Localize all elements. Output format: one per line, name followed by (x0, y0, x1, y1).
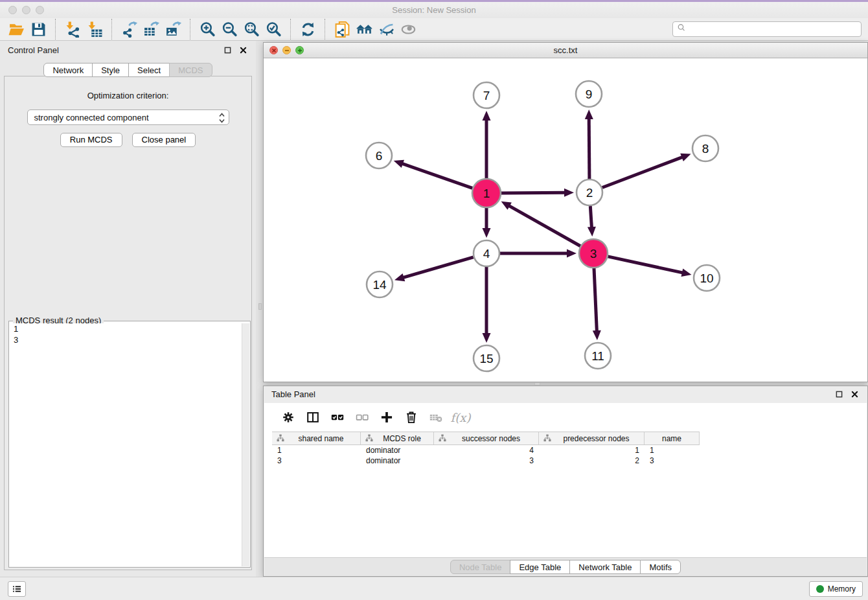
open-session-icon[interactable] (5, 19, 27, 39)
table-cell[interactable]: 3 (645, 456, 700, 466)
zoom-out-icon[interactable] (218, 19, 240, 39)
table-row[interactable]: 3dominator323 (272, 456, 700, 466)
tab-node-table[interactable]: Node Table (450, 560, 511, 574)
tab-style[interactable]: Style (92, 63, 129, 77)
graph-node-10[interactable]: 10 (694, 265, 720, 291)
refresh-icon[interactable] (297, 19, 319, 39)
mcds-result-item[interactable]: 3 (10, 334, 241, 345)
table-close-panel-icon[interactable] (849, 389, 860, 400)
export-table-icon[interactable] (140, 19, 162, 39)
graph-edge-4-15[interactable] (483, 267, 491, 343)
select-all-icon[interactable] (325, 408, 350, 427)
graph-edge-4-3[interactable] (500, 249, 577, 258)
table-row[interactable]: 1dominator411 (272, 445, 700, 456)
graph-edge-4-14[interactable] (394, 257, 474, 281)
graph-edge-2-9[interactable] (585, 110, 593, 179)
memory-button[interactable]: Memory (809, 581, 863, 597)
graph-node-9[interactable]: 9 (576, 81, 602, 107)
clone-network-icon[interactable] (331, 19, 353, 39)
network-canvas[interactable]: 7968124314101511 (264, 58, 867, 382)
column-header-mcds-role[interactable]: MCDS role (361, 432, 434, 444)
table-settings-icon[interactable] (276, 408, 301, 427)
graph-node-2[interactable]: 2 (577, 179, 602, 205)
graph-edge-2-3[interactable] (588, 206, 596, 237)
delete-column-icon[interactable] (399, 408, 424, 427)
graph-node-14[interactable]: 14 (367, 271, 393, 297)
graph-node-11[interactable]: 11 (585, 343, 611, 369)
graph-node-3[interactable]: 3 (579, 239, 608, 268)
network-minimize-icon[interactable] (282, 46, 291, 54)
table-cell[interactable]: 1 (539, 445, 645, 456)
graph-node-6[interactable]: 6 (366, 143, 392, 168)
graph-edge-3-10[interactable] (608, 257, 692, 277)
table-cell[interactable]: 1 (272, 445, 361, 456)
search-input[interactable] (689, 25, 857, 34)
table-cell[interactable]: dominator (361, 445, 434, 456)
task-history-button[interactable] (8, 581, 26, 597)
float-panel-icon[interactable] (222, 45, 233, 55)
hide-selected-icon[interactable] (375, 19, 397, 39)
column-header-successor-nodes[interactable]: successor nodes (434, 432, 539, 444)
graph-node-1[interactable]: 1 (472, 179, 501, 207)
split-panel-icon[interactable] (301, 408, 325, 427)
graph-edge-1-6[interactable] (394, 160, 473, 189)
zoom-selected-icon[interactable] (262, 19, 284, 39)
vertical-splitter-grip[interactable] (258, 303, 262, 310)
horizontal-splitter-grip[interactable] (534, 382, 540, 386)
graph-node-7[interactable]: 7 (474, 82, 499, 108)
table-cell[interactable]: 2 (539, 456, 645, 466)
table-cell[interactable]: 4 (434, 445, 539, 456)
column-header-name[interactable]: name (645, 432, 700, 444)
network-graph: 7968124314101511 (264, 58, 867, 382)
import-network-icon[interactable] (62, 19, 84, 39)
deselect-all-icon[interactable] (350, 408, 374, 427)
mcds-result-list[interactable]: 13 (10, 323, 241, 566)
table-cell[interactable]: dominator (361, 456, 434, 466)
table-cell[interactable]: 3 (434, 456, 539, 466)
mcds-result-box: MCDS result (2 nodes) 13 (8, 321, 251, 568)
graph-edge-2-8[interactable] (602, 154, 691, 188)
add-column-icon[interactable] (374, 408, 399, 427)
graph-node-4[interactable]: 4 (474, 240, 499, 266)
graph-edge-3-11[interactable] (593, 268, 601, 340)
tab-network[interactable]: Network (43, 63, 93, 77)
control-panel-header: Control Panel (0, 41, 256, 59)
tab-mcds[interactable]: MCDS (169, 63, 212, 77)
hierarchy-icon (437, 433, 446, 444)
hierarchy-icon (363, 433, 373, 444)
import-table-icon[interactable] (84, 19, 106, 39)
close-panel-button[interactable]: Close panel (132, 133, 196, 147)
svg-text:6: 6 (376, 149, 383, 163)
export-image-icon[interactable] (162, 19, 184, 39)
tab-select[interactable]: Select (128, 63, 170, 77)
graph-edge-1-4[interactable] (483, 208, 491, 238)
graph-node-15[interactable]: 15 (474, 345, 499, 371)
save-session-icon[interactable] (27, 19, 49, 39)
export-network-icon[interactable] (118, 19, 140, 39)
column-header-shared-name[interactable]: shared name (272, 432, 361, 444)
criterion-selected-value: strongly connected component (34, 113, 149, 122)
close-panel-icon[interactable] (238, 45, 248, 55)
tab-motifs[interactable]: Motifs (640, 560, 681, 574)
search-box[interactable] (672, 21, 862, 37)
column-header-predecessor-nodes[interactable]: predecessor nodes (539, 432, 645, 444)
graph-edge-1-7[interactable] (483, 111, 491, 178)
first-neighbors-icon[interactable] (353, 19, 375, 39)
graph-edge-3-1[interactable] (501, 202, 580, 246)
tab-edge-table[interactable]: Edge Table (510, 560, 570, 574)
table-float-panel-icon[interactable] (834, 389, 844, 400)
network-window-titlebar[interactable]: scc.txt (264, 43, 867, 58)
graph-edge-1-2[interactable] (501, 189, 574, 197)
criterion-select[interactable]: strongly connected component (27, 110, 229, 125)
tab-network-table[interactable]: Network Table (569, 560, 641, 574)
zoom-fit-icon[interactable] (240, 19, 262, 39)
mcds-result-scrollbar[interactable] (242, 323, 249, 566)
mcds-result-item[interactable]: 1 (10, 323, 241, 334)
zoom-in-icon[interactable] (196, 19, 218, 39)
table-cell[interactable]: 1 (645, 445, 700, 456)
network-zoom-icon[interactable] (295, 46, 304, 54)
graph-node-8[interactable]: 8 (692, 135, 718, 161)
table-cell[interactable]: 3 (272, 456, 361, 466)
network-close-icon[interactable] (269, 46, 278, 54)
run-mcds-button[interactable]: Run MCDS (60, 133, 122, 147)
